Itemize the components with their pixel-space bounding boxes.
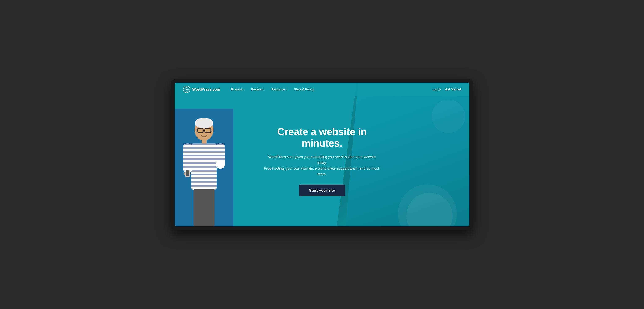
svg-rect-30 bbox=[183, 162, 192, 164]
login-link[interactable]: Log In bbox=[433, 88, 441, 91]
svg-rect-15 bbox=[192, 155, 217, 156]
resources-chevron-icon: ▾ bbox=[286, 88, 287, 91]
svg-rect-40 bbox=[216, 158, 225, 160]
nav-resources[interactable]: Resources ▾ bbox=[269, 86, 290, 93]
hero-section: Create a website in minutes. WordPress.c… bbox=[175, 96, 469, 226]
hero-subtitle: WordPress.com gives you everything you n… bbox=[263, 154, 381, 177]
nav-plans-pricing[interactable]: Plans & Pricing bbox=[292, 86, 316, 93]
svg-rect-34 bbox=[186, 170, 189, 176]
screen: W WordPress.com Products ▾ Features ▾ Re… bbox=[175, 83, 469, 226]
svg-rect-19 bbox=[192, 170, 217, 172]
nav-products[interactable]: Products ▾ bbox=[228, 86, 247, 93]
svg-rect-14 bbox=[192, 151, 217, 152]
svg-text:W: W bbox=[185, 88, 188, 91]
wordpress-logo-icon: W bbox=[183, 86, 190, 93]
hero-content: Create a website in minutes. WordPress.c… bbox=[255, 126, 389, 196]
svg-point-4 bbox=[195, 118, 213, 128]
svg-rect-18 bbox=[192, 166, 217, 168]
navbar: W WordPress.com Products ▾ Features ▾ Re… bbox=[175, 83, 469, 96]
features-chevron-icon: ▾ bbox=[264, 88, 265, 91]
svg-rect-27 bbox=[183, 151, 192, 152]
nav-right: Log In Get Started bbox=[433, 88, 461, 91]
svg-rect-16 bbox=[192, 158, 217, 160]
hero-person-image bbox=[175, 104, 234, 226]
hero-title: Create a website in minutes. bbox=[263, 126, 381, 149]
get-started-link[interactable]: Get Started bbox=[445, 88, 461, 91]
logo-text: WordPress.com bbox=[192, 87, 220, 92]
svg-rect-39 bbox=[216, 155, 225, 156]
logo[interactable]: W WordPress.com bbox=[183, 86, 220, 93]
svg-rect-41 bbox=[194, 189, 214, 226]
svg-rect-37 bbox=[216, 147, 225, 149]
device-frame: W WordPress.com Products ▾ Features ▾ Re… bbox=[171, 79, 473, 230]
nav-links: Products ▾ Features ▾ Resources ▾ Plans … bbox=[228, 86, 433, 93]
nav-features[interactable]: Features ▾ bbox=[249, 86, 267, 93]
svg-rect-21 bbox=[192, 178, 217, 179]
svg-rect-31 bbox=[183, 166, 192, 168]
svg-rect-26 bbox=[183, 147, 192, 149]
svg-rect-23 bbox=[192, 185, 217, 186]
person-silhouette bbox=[175, 109, 234, 226]
svg-rect-12 bbox=[192, 143, 217, 145]
svg-rect-13 bbox=[192, 147, 217, 149]
products-chevron-icon: ▾ bbox=[244, 88, 244, 91]
svg-rect-20 bbox=[192, 174, 217, 175]
start-your-site-button[interactable]: Start your site bbox=[299, 184, 345, 196]
svg-rect-25 bbox=[183, 143, 192, 145]
svg-rect-28 bbox=[183, 155, 192, 156]
svg-rect-36 bbox=[216, 143, 225, 145]
svg-rect-29 bbox=[183, 158, 192, 160]
svg-rect-22 bbox=[192, 181, 217, 183]
svg-rect-38 bbox=[216, 151, 225, 152]
svg-rect-17 bbox=[192, 162, 217, 164]
